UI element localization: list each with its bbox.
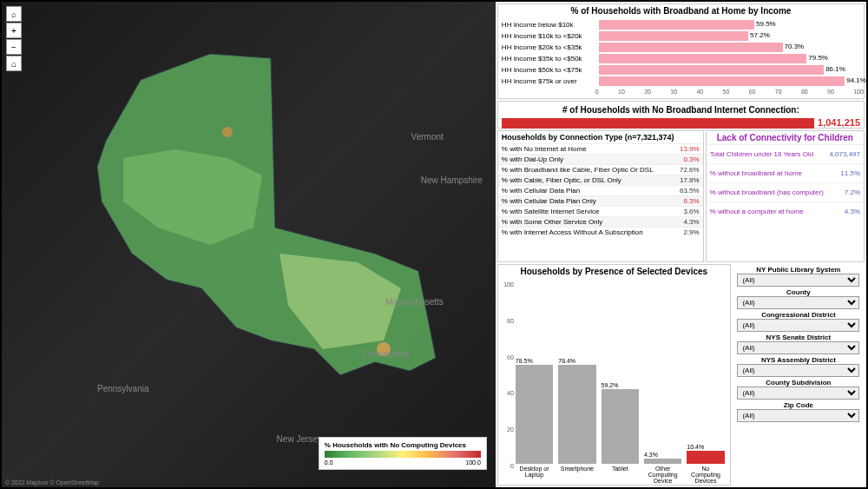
- map-label-nh: New Hampshire: [421, 175, 483, 185]
- filter-select[interactable]: (All): [737, 387, 859, 400]
- no-broadband-value: 1,041,215: [818, 117, 860, 128]
- income-label: HH Income $35k to <$50k: [502, 55, 597, 63]
- conn-label: % with Cellular Data Plan Only: [502, 197, 596, 205]
- device-bar[interactable]: [602, 389, 639, 464]
- filter-select[interactable]: (All): [737, 409, 859, 422]
- filter-label: NY Public Library System: [734, 266, 863, 274]
- devices-title: Households by Presence of Selected Devic…: [498, 265, 730, 278]
- conn-label: % with Cellular Data Plan: [502, 187, 580, 195]
- conn-value: 0.3%: [683, 155, 699, 163]
- filter-select[interactable]: (All): [737, 319, 859, 332]
- device-bar[interactable]: [687, 451, 724, 464]
- device-label: Smartphone: [561, 466, 594, 483]
- income-bar[interactable]: [599, 31, 748, 41]
- map-panel: ⌕ + − ⌂ Vermont New Hampshire Massachuse…: [2, 2, 496, 487]
- filter-select[interactable]: (All): [737, 296, 859, 309]
- income-value: 94.1%: [846, 76, 866, 84]
- legend-title: % Households with No Computing Devices: [325, 441, 481, 449]
- conn-value: 8.3%: [683, 197, 699, 205]
- conn-value: 3.6%: [683, 208, 699, 215]
- no-broadband-panel: # of Households with No Broadband Intern…: [497, 101, 865, 129]
- child-value: 7.2%: [845, 188, 860, 196]
- income-value: 59.5%: [756, 20, 776, 28]
- income-bar[interactable]: [599, 54, 806, 63]
- zoom-out-button[interactable]: −: [6, 39, 22, 55]
- children-title: Lack of Connectivity for Children: [707, 131, 864, 144]
- no-broadband-title: # of Households with No Broadband Intern…: [502, 103, 860, 116]
- children-panel: Lack of Connectivity for Children Total …: [706, 130, 865, 262]
- income-value: 57.2%: [750, 31, 770, 39]
- child-label: % without broadband (has computer): [710, 188, 824, 196]
- income-value: 70.3%: [785, 43, 805, 50]
- zoom-in-button[interactable]: +: [6, 23, 22, 38]
- child-value: 11.5%: [840, 169, 860, 177]
- conn-value: 13.9%: [680, 145, 700, 153]
- child-label: % without broadband at home: [710, 169, 802, 177]
- map-label-pa: Pennsylvania: [97, 384, 148, 393]
- filter-select[interactable]: (All): [737, 274, 859, 287]
- income-chart: % of Households with Broadband at Home b…: [497, 3, 865, 99]
- conn-label: % with Internet Access Without A Subscri…: [502, 228, 643, 236]
- map-legend: % Households with No Computing Devices 0…: [319, 437, 487, 470]
- filter-select[interactable]: (All): [737, 341, 859, 354]
- conn-value: 63.5%: [680, 187, 700, 195]
- conn-label: % with Satellite Internet Service: [502, 208, 600, 215]
- map-label-ct: Connecticut: [363, 349, 409, 359]
- income-label: HH Income $20k to <$35k: [502, 43, 597, 51]
- income-chart-title: % of Households with Broadband at Home b…: [498, 4, 864, 17]
- conn-label: % with Some Other Service Only: [502, 218, 602, 226]
- conn-label: % with Cable, Fiber Optic, or DSL Only: [502, 176, 621, 184]
- filters-panel: NY Public Library System (All)County (Al…: [733, 264, 865, 486]
- income-value: 86.1%: [825, 65, 845, 73]
- conn-label: % with No Internet at Home: [502, 145, 587, 153]
- conn-value: 17.8%: [680, 176, 700, 184]
- filter-label: County Subdivision: [734, 379, 863, 387]
- choropleth-map[interactable]: ⌕ + − ⌂ Vermont New Hampshire Massachuse…: [2, 2, 496, 487]
- income-bar[interactable]: [599, 76, 845, 86]
- map-attribution: © 2022 Mapbox © OpenStreetMap: [5, 479, 99, 486]
- svg-point-1: [222, 127, 233, 137]
- conn-value: 4.3%: [683, 218, 699, 226]
- child-label: Total Children under 18 Years Old: [710, 150, 814, 158]
- device-value: 78.4%: [558, 358, 595, 364]
- child-value: 4,073,497: [829, 150, 860, 158]
- device-value: 78.5%: [516, 358, 553, 364]
- right-panel: % of Households with Broadband at Home b…: [496, 2, 866, 487]
- filter-label: Zip Code: [734, 401, 863, 409]
- income-bar[interactable]: [599, 43, 783, 52]
- filter-label: NYS Assembly District: [734, 356, 863, 364]
- income-label: HH Income $75k or over: [502, 77, 597, 85]
- filter-label: Congressional District: [734, 311, 863, 319]
- search-icon[interactable]: ⌕: [6, 6, 22, 22]
- connection-title: Households by Connection Type (n=7,321,3…: [498, 131, 703, 143]
- map-label-nj: New Jersey: [277, 434, 322, 444]
- income-bar[interactable]: [599, 20, 754, 30]
- device-bar[interactable]: [644, 459, 681, 464]
- no-broadband-bar: [502, 118, 814, 129]
- income-bar[interactable]: [599, 65, 824, 75]
- conn-label: % with Dial-Up Only: [502, 155, 563, 163]
- device-bar[interactable]: [558, 365, 595, 464]
- device-label: Tablet: [612, 466, 628, 483]
- income-value: 79.5%: [808, 54, 828, 62]
- legend-min: 0.0: [325, 459, 333, 466]
- device-label: Other Computing Device: [644, 466, 681, 483]
- map-label-ma: Massachusetts: [385, 297, 444, 307]
- conn-label: % with Broadband like Cable, Fiber Optic…: [502, 166, 654, 174]
- child-value: 4.3%: [845, 208, 860, 215]
- device-bar[interactable]: [516, 365, 553, 464]
- device-value: 59.2%: [602, 382, 639, 388]
- conn-value: 72.6%: [680, 166, 700, 174]
- filter-select[interactable]: (All): [737, 364, 859, 377]
- devices-chart: Households by Presence of Selected Devic…: [497, 264, 731, 486]
- legend-max: 100.0: [465, 459, 481, 466]
- home-icon[interactable]: ⌂: [6, 56, 22, 71]
- device-value: 10.4%: [687, 444, 724, 450]
- device-label: Desktop or Laptop: [516, 466, 553, 483]
- income-label: HH Income $50k to <$75k: [502, 66, 597, 74]
- legend-gradient: [325, 451, 481, 458]
- conn-value: 2.9%: [683, 228, 699, 236]
- income-label: HH Income $10k to <$20k: [502, 32, 597, 40]
- filter-label: NYS Senate District: [734, 334, 863, 341]
- child-label: % without a computer at home: [710, 208, 804, 215]
